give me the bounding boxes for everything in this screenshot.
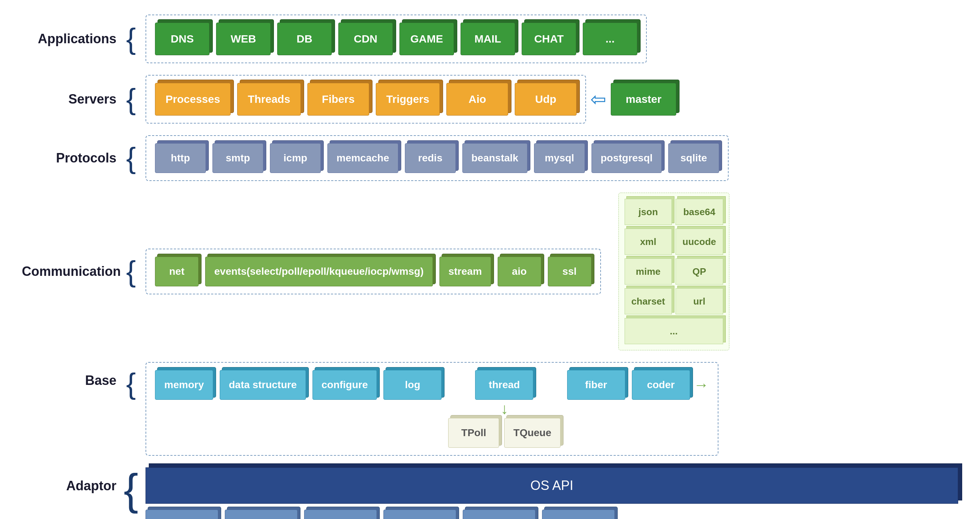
coder-json: json: [625, 199, 672, 225]
coder-mime: mime: [625, 259, 672, 284]
coder-xml: xml: [625, 229, 672, 255]
proto-redis: redis: [405, 143, 456, 173]
base-fiber: fiber: [567, 370, 625, 400]
app-web: WEB: [216, 22, 270, 55]
base-memory: memory: [155, 370, 213, 400]
comm-net: net: [155, 257, 199, 286]
proto-memcache: memcache: [328, 143, 398, 173]
communication-brace: {: [124, 257, 138, 286]
servers-label: Servers: [22, 92, 124, 107]
thread-arrow-down: ↓: [501, 400, 508, 418]
srv-threads: Threads: [237, 83, 301, 116]
proto-http: http: [155, 143, 206, 173]
protocols-box: http smtp icmp memcache redis beanstalk …: [145, 135, 729, 181]
base-configure: configure: [312, 370, 377, 400]
srv-triggers: Triggers: [376, 83, 440, 116]
srv-udp: Udp: [515, 83, 577, 116]
platform-ios: iOS: [542, 509, 615, 519]
base-thread: thread: [475, 370, 533, 400]
thread-column: thread ↓ TPoll TQueue: [448, 370, 560, 448]
app-db: DB: [277, 22, 332, 55]
app-mail: MAIL: [461, 22, 515, 55]
base-tpoll: TPoll: [448, 418, 499, 448]
coder-qp: QP: [676, 259, 723, 284]
base-log: log: [383, 370, 442, 400]
coder-url: url: [676, 288, 723, 314]
base-coder: coder: [632, 370, 690, 400]
coder-base64: base64: [676, 199, 723, 225]
app-more: ...: [583, 22, 637, 55]
architecture-diagram: Applications { DNS WEB DB CDN GAME MAIL …: [0, 0, 980, 519]
app-chat: CHAT: [522, 22, 576, 55]
coder-more: ...: [625, 318, 723, 344]
app-dns: DNS: [155, 22, 210, 55]
srv-fibers: Fibers: [307, 83, 369, 116]
applications-brace: {: [124, 24, 138, 54]
comm-stream: stream: [439, 257, 491, 286]
srv-processes: Processes: [155, 83, 231, 116]
adaptor-label: Adaptor: [22, 478, 124, 494]
communication-label: Communication: [22, 264, 124, 279]
platform-windows: Windows: [383, 509, 456, 519]
communication-box: net events(select/poll/epoll/kqueue/iocp…: [145, 249, 601, 294]
coder-with-arrow: coder →: [632, 370, 709, 400]
coder-charset: charset: [625, 288, 672, 314]
base-brace: {: [124, 369, 138, 398]
base-box: memory data structure configure log thre…: [145, 362, 718, 456]
srv-aio: Aio: [446, 83, 508, 116]
thread-sub-items: TPoll TQueue: [448, 418, 560, 448]
servers-box: Processes Threads Fibers Triggers Aio Ud…: [145, 75, 586, 124]
app-cdn: CDN: [338, 22, 393, 55]
base-row: Base { memory data structure configure l…: [22, 362, 958, 456]
platform-macos: MacOS: [304, 509, 377, 519]
srv-master: master: [611, 83, 676, 116]
servers-brace: {: [124, 85, 138, 114]
coder-arrow-right: →: [694, 376, 709, 394]
proto-smtp: smtp: [212, 143, 263, 173]
proto-postgresql: postgresql: [592, 143, 662, 173]
adaptor-brace: {: [124, 467, 138, 511]
platform-android: Android: [463, 509, 536, 519]
proto-mysql: mysql: [534, 143, 585, 173]
adaptor-platforms: Linux FreeBSD MacOS Windows Android iOS: [145, 509, 958, 519]
coder-grid: json base64 xml uucode mime QP charset u…: [619, 193, 729, 350]
comm-aio: aio: [498, 257, 541, 286]
communication-row: Communication { net events(select/poll/e…: [22, 193, 958, 350]
protocols-brace: {: [124, 144, 138, 173]
app-game: GAME: [399, 22, 454, 55]
comm-events: events(select/poll/epoll/kqueue/iocp/wms…: [205, 257, 433, 286]
base-data-structure: data structure: [220, 370, 306, 400]
applications-row: Applications { DNS WEB DB CDN GAME MAIL …: [22, 14, 958, 63]
comm-ssl: ssl: [548, 257, 592, 286]
adaptor-row: Adaptor { OS API Linux FreeBSD MacOS Win…: [22, 467, 958, 519]
proto-icmp: icmp: [270, 143, 321, 173]
adaptor-os-api: OS API: [145, 467, 958, 504]
coder-uucode: uucode: [676, 229, 723, 255]
protocols-label: Protocols: [22, 151, 124, 166]
base-label: Base: [22, 373, 124, 388]
adaptor-inner: OS API Linux FreeBSD MacOS Windows Andro…: [145, 467, 958, 519]
proto-sqlite: sqlite: [668, 143, 719, 173]
protocols-row: Protocols { http smtp icmp memcache redi…: [22, 135, 958, 181]
servers-row: Servers { Processes Threads Fibers Trigg…: [22, 75, 958, 124]
platform-linux: Linux: [145, 509, 218, 519]
base-tqueue: TQueue: [504, 418, 560, 448]
master-arrow: ⇦: [590, 88, 606, 110]
applications-label: Applications: [22, 31, 124, 46]
applications-box: DNS WEB DB CDN GAME MAIL CHAT ...: [145, 14, 647, 63]
proto-beanstalk: beanstalk: [462, 143, 527, 173]
platform-freebsd: FreeBSD: [225, 509, 298, 519]
